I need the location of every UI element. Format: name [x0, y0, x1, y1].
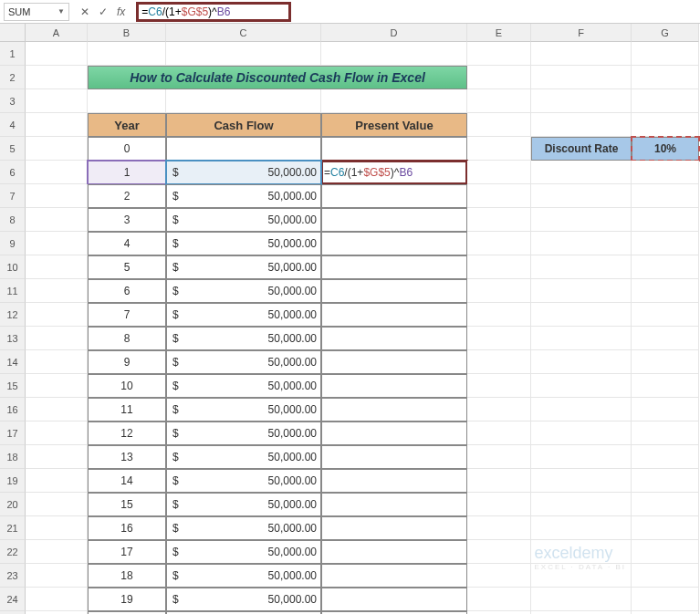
cell-A18[interactable] [26, 445, 88, 469]
cell-C1[interactable] [166, 42, 321, 66]
cell-E24[interactable] [467, 588, 531, 611]
cell-cash-flow[interactable]: $50,000.00 [166, 208, 321, 232]
name-box[interactable]: SUM ▼ [4, 3, 69, 21]
cancel-icon[interactable]: ✕ [80, 5, 89, 18]
cell-D1[interactable] [321, 42, 467, 66]
cell-present-value[interactable] [321, 303, 467, 327]
cell-G8[interactable] [632, 208, 699, 232]
cell-present-value[interactable] [321, 279, 467, 303]
header-year[interactable]: Year [88, 113, 166, 137]
cell-year[interactable]: 17 [88, 540, 166, 564]
cell-G11[interactable] [632, 279, 699, 303]
cell-E16[interactable] [467, 398, 531, 421]
cell-F1[interactable] [531, 42, 632, 66]
row-header-10[interactable]: 10 [0, 255, 26, 279]
cell-A4[interactable] [26, 113, 88, 137]
cell-present-value[interactable] [321, 350, 467, 374]
cell-A16[interactable] [26, 398, 88, 421]
cell-A9[interactable] [26, 232, 88, 255]
cell-G19[interactable] [632, 469, 699, 493]
cell-F3[interactable] [531, 89, 632, 113]
enter-icon[interactable]: ✓ [99, 5, 108, 18]
cell-F19[interactable] [531, 469, 632, 493]
cell-E10[interactable] [467, 255, 531, 279]
cell-cash-flow[interactable]: $50,000.00 [166, 303, 321, 327]
cell-present-value[interactable] [321, 184, 467, 208]
cell-cash-flow[interactable]: $50,000.00 [166, 374, 321, 398]
cell-G6[interactable] [632, 161, 699, 184]
cell-cash-flow[interactable]: $50,000.00 [166, 469, 321, 493]
grid[interactable]: How to Calculate Discounted Cash Flow in… [26, 42, 699, 614]
cell-year[interactable]: 0 [88, 137, 166, 161]
cell-A24[interactable] [26, 588, 88, 611]
cell-cash-flow[interactable]: $50,000.00 [166, 327, 321, 350]
cell-present-value[interactable] [321, 445, 467, 469]
cell-G17[interactable] [632, 421, 699, 445]
cell-E9[interactable] [467, 232, 531, 255]
cell-year[interactable]: 8 [88, 327, 166, 350]
row-header-14[interactable]: 14 [0, 350, 26, 374]
cell-F23[interactable] [531, 564, 632, 588]
cell-E7[interactable] [467, 184, 531, 208]
cell-cash-flow[interactable]: $50,000.00 [166, 350, 321, 374]
cell-E23[interactable] [467, 564, 531, 588]
cell-present-value[interactable] [321, 588, 467, 611]
cell-F14[interactable] [531, 350, 632, 374]
cell-E14[interactable] [467, 350, 531, 374]
row-header-3[interactable]: 3 [0, 89, 26, 113]
cell-E12[interactable] [467, 303, 531, 327]
cell-cash-flow[interactable]: $50,000.00 [166, 564, 321, 588]
cell-cash-flow[interactable]: $50,000.00 [166, 493, 321, 516]
cell-E1[interactable] [467, 42, 531, 66]
column-header-B[interactable]: B [88, 24, 166, 42]
cell[interactable] [531, 66, 632, 89]
cell-G12[interactable] [632, 303, 699, 327]
cell-A21[interactable] [26, 516, 88, 540]
row-header-4[interactable]: 4 [0, 113, 26, 137]
cell-E6[interactable] [467, 161, 531, 184]
cell-G4[interactable] [632, 113, 699, 137]
cell-G22[interactable] [632, 540, 699, 564]
cell-cash-flow[interactable]: $50,000.00 [166, 421, 321, 445]
cell-E22[interactable] [467, 540, 531, 564]
cell-G16[interactable] [632, 398, 699, 421]
fx-icon[interactable]: fx [117, 5, 125, 18]
cell-A3[interactable] [26, 89, 88, 113]
row-header-20[interactable]: 20 [0, 493, 26, 516]
cell-G9[interactable] [632, 232, 699, 255]
cell-E4[interactable] [467, 113, 531, 137]
cell-year[interactable]: 3 [88, 208, 166, 232]
cell-year[interactable]: 5 [88, 255, 166, 279]
column-header-E[interactable]: E [467, 24, 531, 42]
cell-present-value[interactable] [321, 327, 467, 350]
cell-F9[interactable] [531, 232, 632, 255]
cell-year[interactable]: 4 [88, 232, 166, 255]
row-header-13[interactable]: 13 [0, 327, 26, 350]
row-header-22[interactable]: 22 [0, 540, 26, 564]
cell-A2[interactable] [26, 66, 88, 89]
cell-year[interactable]: 7 [88, 303, 166, 327]
cell-A15[interactable] [26, 374, 88, 398]
cell-A19[interactable] [26, 469, 88, 493]
row-header-21[interactable]: 21 [0, 516, 26, 540]
cell-E17[interactable] [467, 421, 531, 445]
cell-G23[interactable] [632, 564, 699, 588]
row-header-5[interactable]: 5 [0, 137, 26, 161]
cell-G14[interactable] [632, 350, 699, 374]
cell-E5[interactable] [467, 137, 531, 161]
cell-A22[interactable] [26, 540, 88, 564]
cell-C3[interactable] [166, 89, 321, 113]
discount-rate-value[interactable]: 10% [632, 137, 699, 161]
cell-present-value[interactable] [321, 208, 467, 232]
cell-cash-flow[interactable]: $50,000.00 [166, 398, 321, 421]
cell-A8[interactable] [26, 208, 88, 232]
column-header-D[interactable]: D [321, 24, 467, 42]
cell-A11[interactable] [26, 279, 88, 303]
cell-F11[interactable] [531, 279, 632, 303]
cell-G15[interactable] [632, 374, 699, 398]
cell-G13[interactable] [632, 327, 699, 350]
cell-B1[interactable] [88, 42, 166, 66]
cell-E11[interactable] [467, 279, 531, 303]
row-header-17[interactable]: 17 [0, 421, 26, 445]
cell-F6[interactable] [531, 161, 632, 184]
